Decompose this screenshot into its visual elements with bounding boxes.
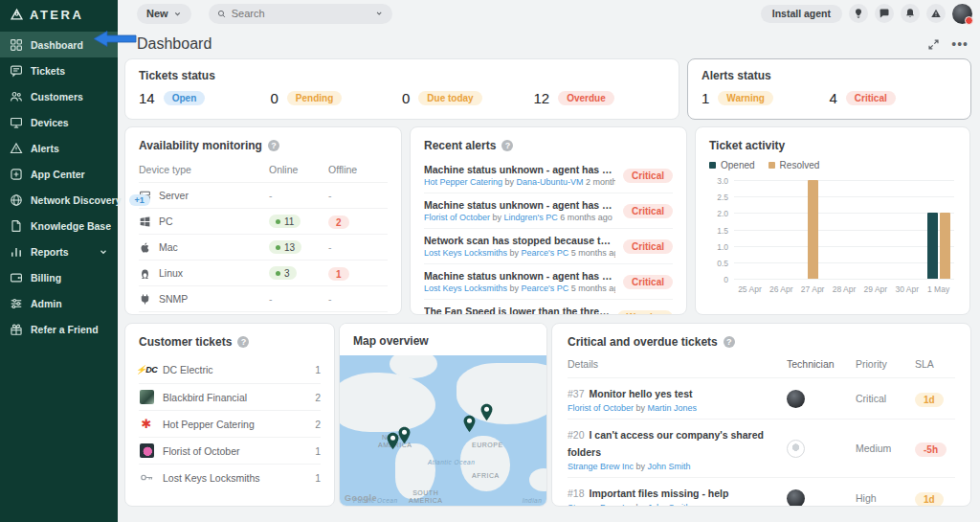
help-icon[interactable]: ?: [268, 140, 279, 151]
ticket-requester-link[interactable]: Martin Jones: [648, 403, 698, 413]
help-icon[interactable]: ?: [501, 140, 513, 151]
legend-opened: Opened: [709, 160, 755, 170]
alert-meta: Hot Pepper Catering by Dana-Ubuntu-VM 2 …: [424, 177, 615, 187]
tickets-badge-open[interactable]: Open: [164, 91, 206, 105]
ticket-row-20[interactable]: #20I can't access our company's shared f…: [568, 419, 955, 477]
ticket-customer-link[interactable]: Strange Brew Inc: [568, 503, 634, 507]
search-input[interactable]: [232, 8, 370, 19]
map-pin-icon[interactable]: [462, 415, 477, 433]
ticket-row-18[interactable]: #18Important files missing - helpStrange…: [568, 477, 955, 507]
recent-alert-row[interactable]: Machine status unknown - agent has not e…: [424, 193, 673, 228]
sidebar-item-tickets[interactable]: Tickets: [0, 57, 118, 83]
sidebar-item-admin[interactable]: Admin: [0, 290, 118, 316]
x-tick-label: 27 Apr: [797, 284, 829, 294]
ticket-details: #20I can't access our company's shared f…: [568, 425, 787, 471]
customer-row-dc-electric[interactable]: ⚡DCDC Electric1: [139, 356, 321, 383]
alert-customer-link[interactable]: Lost Keys Locksmiths: [424, 248, 507, 258]
severity-badge: Critical: [623, 204, 673, 218]
technician-avatar[interactable]: [787, 440, 805, 458]
atera-wordmark: ATERA: [30, 8, 83, 22]
alerts-badge-critical[interactable]: Critical: [846, 91, 896, 105]
sidebar-item-alerts[interactable]: Alerts: [0, 135, 118, 161]
bar-opened-1-may[interactable]: [927, 213, 938, 279]
y-tick-label: 0: [709, 275, 728, 284]
tickets-badge-overdue[interactable]: Overdue: [558, 91, 614, 105]
ticket-customer-link[interactable]: Florist of October: [568, 403, 634, 413]
technician-avatar[interactable]: [787, 390, 805, 408]
availability-title: Availability monitoring: [139, 139, 262, 152]
ticket-requester-link[interactable]: John Smith: [648, 462, 691, 471]
sidebar-item-billing[interactable]: Billing: [0, 264, 118, 290]
sidebar-item-app-center[interactable]: App Center: [0, 161, 118, 187]
sidebar-item-customers[interactable]: Customers: [0, 83, 118, 109]
online-badge: 11: [269, 215, 301, 228]
alert-customer-link[interactable]: Florist of October: [424, 213, 490, 222]
map-pin-icon[interactable]: [397, 426, 412, 444]
warning-icon[interactable]: [926, 4, 946, 23]
sidebar-item-knowledge-base[interactable]: Knowledge Base: [0, 213, 118, 238]
col-device-type: Device type: [139, 164, 269, 175]
sidebar-item-devices[interactable]: Devices: [0, 109, 118, 135]
recent-alert-row[interactable]: Machine status unknown - agent has not e…: [424, 263, 673, 299]
availability-row-server[interactable]: Server--: [139, 182, 388, 208]
bar-resolved-27-apr[interactable]: [808, 180, 818, 279]
customer-row-florist-of-october[interactable]: Florist of October1: [139, 437, 321, 464]
customer-tickets-rows: ⚡DCDC Electric1Blackbird Financial2✱Hot …: [139, 356, 321, 490]
new-button[interactable]: New: [137, 4, 191, 24]
availability-row-linux[interactable]: Linux31: [139, 260, 388, 285]
bar-resolved-1-may[interactable]: [940, 213, 950, 279]
help-icon[interactable]: ?: [724, 336, 735, 348]
chevron-down-icon: [99, 243, 108, 261]
customer-row-lost-keys-locksmiths[interactable]: Lost Keys Locksmiths1: [139, 464, 321, 490]
search-bar[interactable]: [209, 4, 392, 24]
availability-row-pc[interactable]: PC112: [139, 208, 388, 234]
bell-icon[interactable]: [901, 4, 920, 23]
atera-logo[interactable]: ATERA: [0, 0, 118, 32]
tickets-value-due-today: 0: [402, 90, 410, 106]
ticket-row-37[interactable]: #37Monitor hello yes testFlorist of Octo…: [568, 377, 955, 419]
alerts-badge-warning[interactable]: Warning: [718, 91, 773, 105]
legend-swatch: [709, 162, 716, 169]
ticket-meta: Strange Brew Inc by John Smith: [568, 503, 787, 507]
more-options-icon[interactable]: •••: [951, 40, 969, 48]
tickets-badge-pending[interactable]: Pending: [287, 91, 342, 105]
chat-icon[interactable]: [875, 4, 894, 23]
sidebar-item-reports[interactable]: Reports: [0, 238, 118, 264]
map-pin-icon[interactable]: [479, 403, 494, 421]
user-avatar[interactable]: [952, 4, 972, 24]
x-tick-label: 26 Apr: [766, 284, 797, 294]
lightbulb-icon[interactable]: [849, 4, 868, 23]
alert-device-link[interactable]: Lindgren's PC: [504, 213, 558, 222]
availability-row-snmp[interactable]: SNMP--: [139, 285, 388, 311]
main-area: New Install agent: [118, 0, 980, 522]
availability-row-mac[interactable]: Mac13-: [139, 234, 388, 260]
recent-alert-row[interactable]: The Fan Speed is lower than the threshol…: [424, 299, 673, 315]
search-scope-chevron-icon[interactable]: [375, 9, 383, 18]
recent-alert-row[interactable]: Network scan has stopped because the sca…: [424, 228, 673, 263]
technician-cell: [787, 489, 856, 508]
sidebar-item-network-discovery[interactable]: Network Discovery+1: [0, 187, 118, 213]
ticket-customer-link[interactable]: Strange Brew Inc: [568, 462, 634, 471]
alert-customer-link[interactable]: Lost Keys Locksmiths: [424, 284, 507, 293]
alert-customer-link[interactable]: Hot Pepper Catering: [424, 177, 502, 187]
customer-row-blackbird-financial[interactable]: Blackbird Financial2: [139, 383, 321, 410]
availability-row-generic[interactable]: Generic--: [139, 311, 388, 315]
recent-alert-row[interactable]: Machine status unknown - agent has not e…: [424, 158, 673, 193]
customer-row-hot-pepper-catering[interactable]: ✱Hot Pepper Catering2: [139, 410, 321, 437]
alert-device-link[interactable]: Pearce's PC: [522, 248, 569, 258]
help-icon[interactable]: ?: [237, 336, 249, 348]
map-canvas[interactable]: NORTHAMERICAEUROPEAFRICASOUTHAMERICAAtla…: [340, 355, 546, 506]
technician-avatar[interactable]: [787, 489, 805, 508]
ticket-requester-link[interactable]: John Smith: [648, 503, 691, 507]
alert-device-link[interactable]: Pearce's PC: [522, 284, 569, 293]
tickets-badge-due-today[interactable]: Due today: [418, 91, 481, 105]
alert-device-link[interactable]: Dana-Ubuntu-VM: [517, 177, 584, 187]
sidebar-item-refer-a-friend[interactable]: Refer a Friend: [0, 316, 118, 342]
severity-badge: Critical: [623, 239, 673, 254]
offline-cell: 2: [328, 216, 388, 227]
install-agent-button[interactable]: Install agent: [761, 5, 842, 23]
ticket-activity-title: Ticket activity: [709, 139, 956, 152]
expand-icon[interactable]: [927, 38, 940, 51]
tickets-icon: [10, 64, 23, 78]
col-technician: Technician: [787, 358, 856, 370]
